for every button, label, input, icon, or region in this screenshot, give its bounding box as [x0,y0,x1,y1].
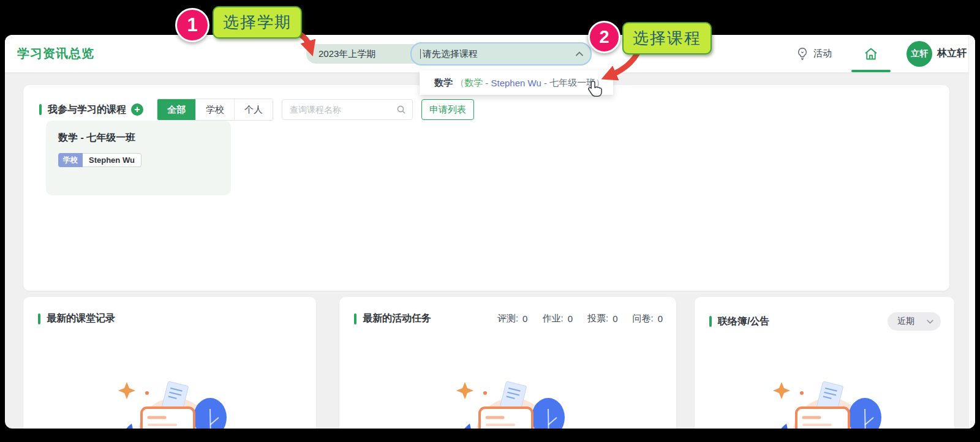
hand-cursor-icon [587,80,603,97]
course-menu-item-course: 数学 [464,77,483,89]
course-select[interactable]: 请先选择课程 [410,42,592,66]
empty-state-illustration [757,373,892,429]
nav-activity-label: 活动 [813,48,832,59]
course-menu-item-teacher: - Stephen Wu - [483,78,549,88]
classroom-records-panel: 最新的课堂记录 [23,297,316,429]
semester-select[interactable]: 2023年上学期 [306,44,425,64]
course-select-placeholder: 请先选择课程 [423,48,478,60]
my-courses-panel: 我参与学习的课程 + 全部 学校 个人 申请列表 数学 - 七年级一班 学校 S… [23,85,949,291]
course-dropdown-menu: 数学 （数学 - Stephen Wu - 七年级一班） [420,70,613,95]
stat-assessment: 评测:0 [497,313,528,324]
section-accent-bar [38,313,40,324]
page-title: 学习资讯总览 [17,35,94,72]
course-search-input[interactable] [288,104,396,115]
section-accent-bar [39,104,42,115]
contact-book-title: 联络簿/公告 [718,315,769,328]
home-icon [864,47,878,61]
section-accent-bar [354,313,356,324]
task-stats: 评测:0 作业:0 投票:0 问卷:0 [497,313,663,324]
activity-tasks-panel: 最新的活动任务 评测:0 作业:0 投票:0 问卷:0 [339,297,676,429]
apply-list-button[interactable]: 申请列表 [421,99,474,120]
stat-questionnaire: 问卷:0 [632,313,663,324]
step-2-label: 选择课程 [622,22,712,54]
step-2-badge: 2 [588,21,620,53]
activity-tasks-title: 最新的活动任务 [363,312,431,325]
chevron-down-icon [927,320,933,324]
course-menu-item[interactable]: 数学 （数学 - Stephen Wu - 七年级一班） [420,70,613,95]
add-course-icon[interactable]: + [131,103,143,116]
classroom-records-title: 最新的课堂记录 [47,312,115,325]
nav-activity[interactable]: 活动 [796,47,832,61]
tab-personal[interactable]: 个人 [234,99,273,120]
recent-filter-value: 近期 [897,316,914,327]
header-actions: 活动 立轩 林立轩 [796,35,967,72]
course-search-box [282,99,413,120]
step-1-badge: 1 [175,8,209,42]
course-type-badge: 学校 [58,153,83,167]
semester-select-value: 2023年上学期 [318,48,375,60]
lightbulb-icon [796,47,809,61]
text-caret [420,49,421,59]
course-filter-tabs: 全部 学校 个人 [157,99,273,121]
user-name: 林立轩 [937,47,967,60]
search-icon [396,105,406,114]
nav-home[interactable] [864,35,878,72]
course-card[interactable]: 数学 - 七年级一班 学校 Stephen Wu [46,121,231,195]
course-card-tags: 学校 Stephen Wu [58,153,141,167]
activity-tasks-header: 最新的活动任务 评测:0 作业:0 投票:0 问卷:0 [339,297,676,325]
stat-vote: 投票:0 [587,313,618,324]
app-header: 学习资讯总览 2023年上学期 请先选择课程 活动 [5,35,975,73]
stat-homework: 作业:0 [542,313,573,324]
course-menu-item-paren-open: （ [453,77,464,89]
classroom-records-header: 最新的课堂记录 [23,297,316,325]
chevron-up-icon [576,51,583,56]
course-teacher-badge: Stephen Wu [83,153,141,167]
step-1-label: 选择学期 [213,6,302,39]
tab-all[interactable]: 全部 [157,99,195,120]
course-menu-item-name: 数学 [434,77,453,89]
stat-vote-value: 0 [612,313,617,324]
contact-book-header: 联络簿/公告 近期 [695,297,954,331]
stat-questionnaire-value: 0 [658,313,663,324]
stat-assessment-value: 0 [522,313,527,324]
user-menu[interactable]: 立轩 林立轩 [907,41,967,67]
tab-school[interactable]: 学校 [195,99,234,120]
contact-book-panel: 联络簿/公告 近期 [695,297,954,429]
stat-homework-value: 0 [568,313,573,324]
empty-state-illustration [440,373,575,429]
empty-state-illustration [102,373,237,429]
recent-filter-select[interactable]: 近期 [888,312,941,331]
section-accent-bar [709,316,712,327]
scrollbar[interactable] [968,35,975,429]
course-card-title: 数学 - 七年级一班 [58,132,219,144]
avatar: 立轩 [907,41,932,67]
app-window: 学习资讯总览 2023年上学期 请先选择课程 活动 [5,35,975,429]
my-courses-title: 我参与学习的课程 [48,103,126,116]
